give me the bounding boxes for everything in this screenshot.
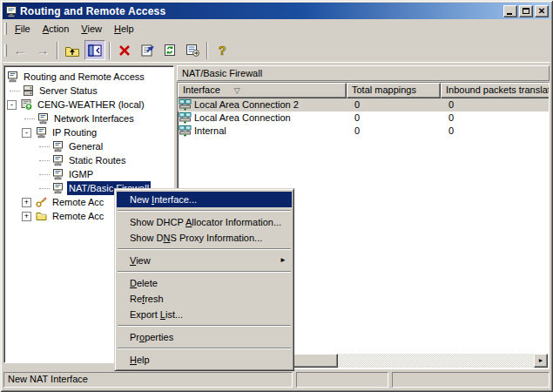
tree-item-general: General <box>4 139 173 153</box>
export-list-button[interactable] <box>182 40 203 60</box>
menu-view[interactable]: View <box>75 22 108 36</box>
menu-separator <box>118 325 291 327</box>
menu-item-view[interactable]: View ► <box>117 253 292 268</box>
nat-interface-icon <box>179 99 192 111</box>
back-button[interactable]: ← <box>10 40 30 60</box>
sort-indicator-icon: ▽ <box>234 86 240 95</box>
node-icon <box>37 112 50 125</box>
tree-expand-icon[interactable]: + <box>22 198 31 207</box>
tree-item-label[interactable]: CENG-WEATHER (local) <box>36 98 146 112</box>
help-button[interactable]: ? <box>212 40 233 60</box>
tree-connector <box>10 91 20 91</box>
list-row-internal[interactable]: Internal 0 0 <box>178 125 549 138</box>
result-pane-banner: NAT/Basic Firewall <box>177 65 550 81</box>
node-icon <box>35 126 48 139</box>
rras-console-window: Routing and Remote Access ✕ File Action … <box>0 0 553 392</box>
list-row-local-area-connection[interactable]: Local Area Connection 0 0 <box>178 112 549 125</box>
tree-item-label[interactable]: Remote Acc <box>51 209 105 223</box>
cell-total-mappings: 0 <box>347 98 441 112</box>
menu-bar: File Action View Help <box>3 20 550 37</box>
key-icon <box>35 196 48 208</box>
scroll-right-button[interactable]: ► <box>534 354 548 368</box>
cell-interface: Local Area Connection <box>194 112 291 125</box>
cell-interface: Local Area Connection 2 <box>194 98 299 112</box>
cell-total-mappings: 0 <box>347 112 441 125</box>
up-one-level-button[interactable] <box>62 40 83 60</box>
menu-item-refresh[interactable]: Refresh <box>117 291 292 307</box>
menu-item-properties[interactable]: Properties <box>117 329 292 345</box>
tree-item-server: - CENG-WEATHER (local) <box>4 98 173 112</box>
cell-inbound-packets: 0 <box>441 112 549 125</box>
tree-connector <box>24 118 35 119</box>
close-icon: ✕ <box>538 7 545 16</box>
menu-item-export-list[interactable]: Export List... <box>117 307 292 322</box>
menu-separator <box>118 271 291 273</box>
nat-interface-icon <box>179 125 192 137</box>
tree-item-label[interactable]: IP Routing <box>51 125 98 139</box>
scroll-right-icon: ► <box>538 357 544 363</box>
column-header-inbound-packets[interactable]: Inbound packets translated <box>441 83 550 98</box>
tree-item-server-status: Server Status <box>4 84 173 98</box>
properties-button[interactable] <box>137 40 158 60</box>
tree-collapse-icon[interactable]: - <box>7 100 17 110</box>
menu-item-delete[interactable]: Delete <box>117 275 292 291</box>
maximize-button[interactable] <box>519 5 533 17</box>
menu-help[interactable]: Help <box>108 22 140 36</box>
tree-item-static-routes: Static Routes <box>4 153 173 167</box>
list-row-local-area-connection-2[interactable]: Local Area Connection 2 0 0 <box>178 98 549 112</box>
menu-item-show-dhcp-allocator-information[interactable]: Show DHCP Allocator Information... <box>117 214 292 230</box>
result-pane-title: NAT/Basic Firewall <box>182 68 262 78</box>
tree-item-label[interactable]: Server Status <box>37 84 99 98</box>
tree-connector <box>39 188 50 189</box>
up-folder-icon <box>64 44 80 57</box>
node-icon <box>51 154 64 166</box>
tree-item-label[interactable]: Remote Acc <box>51 195 105 209</box>
console-tree-toggle-icon <box>88 44 102 57</box>
help-icon: ? <box>215 44 229 57</box>
tree-item-label[interactable]: General <box>67 139 105 153</box>
console-root-icon <box>6 71 19 83</box>
maximize-icon <box>523 8 529 14</box>
toolbar-grip[interactable] <box>4 44 7 57</box>
menu-item-new-interface[interactable]: New Interface... <box>117 192 292 207</box>
column-header-interface[interactable]: Interface▽ <box>178 83 347 98</box>
menu-separator <box>118 210 291 212</box>
menu-action[interactable]: Action <box>37 22 76 36</box>
menu-item-show-dns-proxy-information[interactable]: Show DNS Proxy Information... <box>117 230 292 246</box>
toolbar-separator <box>57 42 58 59</box>
tree-item-label[interactable]: Routing and Remote Access <box>22 70 146 84</box>
tree-item-label[interactable]: IGMP <box>67 167 95 181</box>
forward-button[interactable]: → <box>32 40 53 60</box>
close-button[interactable]: ✕ <box>535 5 549 17</box>
delete-button[interactable] <box>114 40 135 60</box>
menu-file[interactable]: File <box>9 22 37 36</box>
status-panel <box>392 372 550 388</box>
status-text: New NAT Interface <box>3 372 293 388</box>
tree-collapse-icon[interactable]: - <box>22 128 31 138</box>
menu-item-help[interactable]: Help <box>117 352 292 368</box>
cell-inbound-packets: 0 <box>441 125 549 138</box>
refresh-button[interactable] <box>159 40 180 60</box>
scrollbar-track[interactable] <box>338 354 534 368</box>
toolbar: ← → <box>3 38 550 63</box>
delete-x-icon <box>118 44 131 57</box>
minimize-button[interactable] <box>503 5 517 17</box>
tree-expand-icon[interactable]: + <box>22 212 31 221</box>
server-icon <box>20 98 33 111</box>
column-header-total-mappings[interactable]: Total mappings <box>347 83 441 98</box>
node-icon <box>51 168 64 180</box>
menubar-grip[interactable] <box>4 23 7 35</box>
tree-item-label[interactable]: Network Interfaces <box>52 112 136 125</box>
refresh-icon <box>163 44 177 57</box>
show-hide-console-tree-button[interactable] <box>84 40 105 60</box>
node-icon <box>51 140 64 152</box>
title-bar[interactable]: Routing and Remote Access ✕ <box>3 3 550 19</box>
tree-item-label[interactable]: Static Routes <box>67 153 127 167</box>
nat-interface-icon <box>179 112 192 124</box>
tree-item-ip-routing: - IP Routing <box>4 125 173 139</box>
tree-connector <box>39 146 50 147</box>
status-bar: New NAT Interface <box>3 372 550 388</box>
svg-text:?: ? <box>219 44 226 57</box>
list-header: Interface▽ Total mappings Inbound packet… <box>178 83 549 98</box>
tree-connector <box>39 160 50 161</box>
